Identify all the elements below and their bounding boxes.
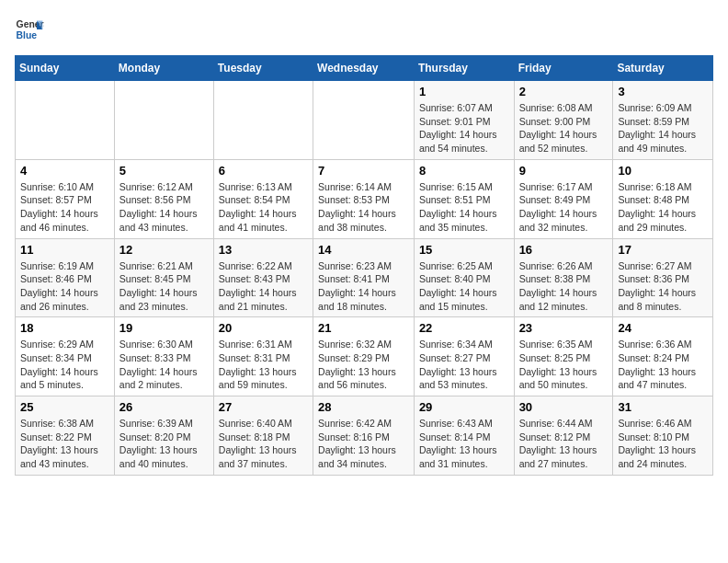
day-number: 10 — [618, 164, 708, 178]
day-number: 4 — [20, 164, 109, 178]
day-cell: 7Sunrise: 6:14 AM Sunset: 8:53 PM Daylig… — [313, 159, 415, 238]
day-info: Sunrise: 6:34 AM Sunset: 8:27 PM Dayligh… — [419, 338, 509, 392]
day-number: 22 — [419, 321, 509, 335]
day-number: 28 — [318, 400, 409, 414]
day-info: Sunrise: 6:14 AM Sunset: 8:53 PM Dayligh… — [318, 180, 409, 235]
day-info: Sunrise: 6:13 AM Sunset: 8:54 PM Dayligh… — [219, 180, 308, 235]
week-row-4: 18Sunrise: 6:29 AM Sunset: 8:34 PM Dayli… — [16, 317, 713, 396]
logo-icon: General Blue — [15, 15, 44, 44]
day-info: Sunrise: 6:30 AM Sunset: 8:33 PM Dayligh… — [119, 338, 209, 392]
day-number: 19 — [119, 321, 209, 335]
day-info: Sunrise: 6:12 AM Sunset: 8:56 PM Dayligh… — [119, 180, 209, 235]
day-cell: 6Sunrise: 6:13 AM Sunset: 8:54 PM Daylig… — [213, 159, 313, 238]
day-info: Sunrise: 6:38 AM Sunset: 8:22 PM Dayligh… — [20, 417, 109, 471]
logo: General Blue — [15, 15, 44, 44]
day-number: 15 — [419, 243, 509, 257]
day-info: Sunrise: 6:44 AM Sunset: 8:12 PM Dayligh… — [519, 417, 609, 471]
day-cell — [213, 81, 313, 160]
col-header-saturday: Saturday — [613, 56, 713, 81]
day-info: Sunrise: 6:42 AM Sunset: 8:16 PM Dayligh… — [318, 417, 409, 471]
day-number: 27 — [219, 400, 308, 414]
day-cell: 21Sunrise: 6:32 AM Sunset: 8:29 PM Dayli… — [313, 317, 415, 396]
day-cell: 5Sunrise: 6:12 AM Sunset: 8:56 PM Daylig… — [114, 159, 213, 238]
day-number: 30 — [519, 400, 609, 414]
week-row-3: 11Sunrise: 6:19 AM Sunset: 8:46 PM Dayli… — [16, 238, 713, 317]
day-info: Sunrise: 6:31 AM Sunset: 8:31 PM Dayligh… — [219, 338, 308, 392]
day-number: 11 — [20, 243, 109, 257]
week-row-1: 1Sunrise: 6:07 AM Sunset: 9:01 PM Daylig… — [16, 81, 713, 160]
day-info: Sunrise: 6:21 AM Sunset: 8:45 PM Dayligh… — [119, 259, 209, 314]
day-cell: 16Sunrise: 6:26 AM Sunset: 8:38 PM Dayli… — [514, 238, 613, 317]
day-number: 23 — [519, 321, 609, 335]
day-info: Sunrise: 6:07 AM Sunset: 9:01 PM Dayligh… — [419, 101, 509, 155]
day-cell: 9Sunrise: 6:17 AM Sunset: 8:49 PM Daylig… — [514, 159, 613, 238]
day-number: 26 — [119, 400, 209, 414]
svg-text:Blue: Blue — [17, 30, 38, 40]
day-cell: 10Sunrise: 6:18 AM Sunset: 8:48 PM Dayli… — [613, 159, 713, 238]
day-cell: 27Sunrise: 6:40 AM Sunset: 8:18 PM Dayli… — [213, 396, 313, 476]
day-info: Sunrise: 6:26 AM Sunset: 8:38 PM Dayligh… — [519, 259, 609, 314]
day-info: Sunrise: 6:15 AM Sunset: 8:51 PM Dayligh… — [419, 180, 509, 235]
day-info: Sunrise: 6:18 AM Sunset: 8:48 PM Dayligh… — [618, 180, 708, 235]
day-cell: 22Sunrise: 6:34 AM Sunset: 8:27 PM Dayli… — [414, 317, 514, 396]
day-cell: 19Sunrise: 6:30 AM Sunset: 8:33 PM Dayli… — [114, 317, 213, 396]
day-number: 9 — [519, 164, 609, 178]
day-info: Sunrise: 6:17 AM Sunset: 8:49 PM Dayligh… — [519, 180, 609, 235]
day-cell: 31Sunrise: 6:46 AM Sunset: 8:10 PM Dayli… — [613, 396, 713, 476]
day-cell: 28Sunrise: 6:42 AM Sunset: 8:16 PM Dayli… — [313, 396, 415, 476]
day-info: Sunrise: 6:36 AM Sunset: 8:24 PM Dayligh… — [618, 338, 708, 392]
day-info: Sunrise: 6:25 AM Sunset: 8:40 PM Dayligh… — [419, 259, 509, 314]
day-cell: 3Sunrise: 6:09 AM Sunset: 8:59 PM Daylig… — [613, 81, 713, 160]
day-cell: 8Sunrise: 6:15 AM Sunset: 8:51 PM Daylig… — [414, 159, 514, 238]
day-number: 29 — [419, 400, 509, 414]
week-row-5: 25Sunrise: 6:38 AM Sunset: 8:22 PM Dayli… — [16, 396, 713, 476]
day-info: Sunrise: 6:19 AM Sunset: 8:46 PM Dayligh… — [20, 259, 109, 314]
day-cell: 11Sunrise: 6:19 AM Sunset: 8:46 PM Dayli… — [16, 238, 115, 317]
day-cell: 24Sunrise: 6:36 AM Sunset: 8:24 PM Dayli… — [613, 317, 713, 396]
day-info: Sunrise: 6:08 AM Sunset: 9:00 PM Dayligh… — [519, 101, 609, 155]
day-number: 8 — [419, 164, 509, 178]
day-info: Sunrise: 6:35 AM Sunset: 8:25 PM Dayligh… — [519, 338, 609, 392]
day-info: Sunrise: 6:29 AM Sunset: 8:34 PM Dayligh… — [20, 338, 109, 392]
day-cell: 15Sunrise: 6:25 AM Sunset: 8:40 PM Dayli… — [414, 238, 514, 317]
col-header-monday: Monday — [114, 56, 213, 81]
day-number: 13 — [219, 243, 308, 257]
day-info: Sunrise: 6:32 AM Sunset: 8:29 PM Dayligh… — [318, 338, 409, 392]
day-cell: 23Sunrise: 6:35 AM Sunset: 8:25 PM Dayli… — [514, 317, 613, 396]
day-cell — [16, 81, 115, 160]
day-cell: 30Sunrise: 6:44 AM Sunset: 8:12 PM Dayli… — [514, 396, 613, 476]
day-number: 2 — [519, 85, 609, 98]
day-info: Sunrise: 6:22 AM Sunset: 8:43 PM Dayligh… — [219, 259, 308, 314]
day-number: 24 — [618, 321, 708, 335]
col-header-friday: Friday — [514, 56, 613, 81]
day-info: Sunrise: 6:39 AM Sunset: 8:20 PM Dayligh… — [119, 417, 209, 471]
day-info: Sunrise: 6:43 AM Sunset: 8:14 PM Dayligh… — [419, 417, 509, 471]
day-cell: 1Sunrise: 6:07 AM Sunset: 9:01 PM Daylig… — [414, 81, 514, 160]
day-number: 1 — [419, 85, 509, 98]
day-info: Sunrise: 6:46 AM Sunset: 8:10 PM Dayligh… — [618, 417, 708, 471]
day-number: 7 — [318, 164, 409, 178]
day-cell: 20Sunrise: 6:31 AM Sunset: 8:31 PM Dayli… — [213, 317, 313, 396]
day-cell: 26Sunrise: 6:39 AM Sunset: 8:20 PM Dayli… — [114, 396, 213, 476]
day-cell: 17Sunrise: 6:27 AM Sunset: 8:36 PM Dayli… — [613, 238, 713, 317]
day-number: 3 — [618, 85, 708, 98]
day-info: Sunrise: 6:09 AM Sunset: 8:59 PM Dayligh… — [618, 101, 708, 155]
day-number: 5 — [119, 164, 209, 178]
col-header-thursday: Thursday — [414, 56, 514, 81]
day-number: 16 — [519, 243, 609, 257]
day-number: 14 — [318, 243, 409, 257]
day-number: 12 — [119, 243, 209, 257]
page-header: General Blue — [15, 15, 713, 44]
day-cell: 2Sunrise: 6:08 AM Sunset: 9:00 PM Daylig… — [514, 81, 613, 160]
day-cell: 29Sunrise: 6:43 AM Sunset: 8:14 PM Dayli… — [414, 396, 514, 476]
day-info: Sunrise: 6:10 AM Sunset: 8:57 PM Dayligh… — [20, 180, 109, 235]
week-row-2: 4Sunrise: 6:10 AM Sunset: 8:57 PM Daylig… — [16, 159, 713, 238]
day-cell: 13Sunrise: 6:22 AM Sunset: 8:43 PM Dayli… — [213, 238, 313, 317]
day-number: 21 — [318, 321, 409, 335]
calendar-table: SundayMondayTuesdayWednesdayThursdayFrid… — [15, 55, 713, 476]
day-cell — [114, 81, 213, 160]
day-number: 25 — [20, 400, 109, 414]
day-cell: 18Sunrise: 6:29 AM Sunset: 8:34 PM Dayli… — [16, 317, 115, 396]
day-cell: 14Sunrise: 6:23 AM Sunset: 8:41 PM Dayli… — [313, 238, 415, 317]
col-header-wednesday: Wednesday — [313, 56, 415, 81]
